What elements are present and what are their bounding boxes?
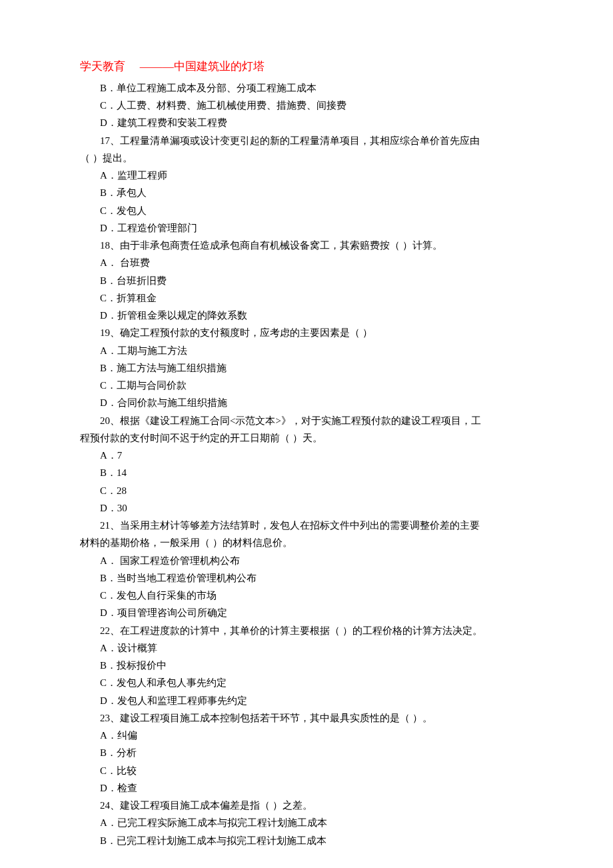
option-line: B．投标报价中	[80, 657, 533, 674]
option-line: B．承包人	[80, 184, 533, 201]
option-line: C．28	[80, 482, 533, 499]
question-19: 19、确定工程预付款的支付额度时，应考虑的主要因素是（ ）	[80, 324, 533, 341]
option-line: B．台班折旧费	[80, 272, 533, 289]
brand-slogan: ———中国建筑业的灯塔	[140, 60, 265, 73]
option-line: D．30	[80, 499, 533, 517]
option-line: A． 国家工程造价管理机构公布	[80, 552, 533, 569]
question-17-cont: （ ）提出。	[80, 149, 533, 167]
option-line: C．发包人自行采集的市场	[80, 587, 533, 604]
option-line: C．发包人	[80, 202, 533, 219]
option-line: A．7	[80, 447, 533, 464]
question-18: 18、由于非承包商责任造成承包商自有机械设备窝工，其索赔费按（ ）计算。	[80, 237, 533, 254]
option-line: C．工期与合同价款	[80, 377, 533, 394]
option-line: C．人工费、材料费、施工机械使用费、措施费、间接费	[80, 97, 533, 114]
option-line: A．工期与施工方法	[80, 342, 533, 359]
option-line: B．当时当地工程造价管理机构公布	[80, 569, 533, 587]
question-20-cont: 程预付款的支付时间不迟于约定的开工日期前（ ）天。	[80, 429, 533, 447]
question-20: 20、根据《建设工程施工合同<示范文本>》，对于实施工程预付款的建设工程项目，工	[80, 412, 533, 429]
option-line: D．项目管理咨询公司所确定	[80, 604, 533, 621]
question-17: 17、工程量清单漏项或设计变更引起的新的工程量清单项目，其相应综合单价首先应由	[80, 132, 533, 149]
question-24: 24、建设工程项目施工成本偏差是指（ ）之差。	[80, 797, 533, 814]
option-line: D．建筑工程费和安装工程费	[80, 114, 533, 131]
option-line: A．设计概算	[80, 639, 533, 657]
document-content: B．单位工程施工成本及分部、分项工程施工成本 C．人工费、材料费、施工机械使用费…	[80, 79, 533, 849]
option-line: D．合同价款与施工组织措施	[80, 394, 533, 411]
option-line: B．已完工程计划施工成本与拟完工程计划施工成本	[80, 832, 533, 849]
option-line: C．发包人和承包人事先约定	[80, 674, 533, 691]
option-line: D．折管租金乘以规定的降效系数	[80, 307, 533, 324]
option-line: A． 台班费	[80, 254, 533, 271]
option-line: B．单位工程施工成本及分部、分项工程施工成本	[80, 79, 533, 97]
option-line: C．比较	[80, 762, 533, 779]
page-header: 学天教育 ———中国建筑业的灯塔	[80, 57, 533, 77]
question-21: 21、当采用主材计等够差方法结算时，发包人在招标文件中列出的需要调整价差的主要	[80, 517, 533, 534]
brand-name: 学天教育	[80, 60, 125, 73]
option-line: A．监理工程师	[80, 167, 533, 184]
option-line: B．施工方法与施工组织措施	[80, 359, 533, 377]
option-line: D．工程造价管理部门	[80, 219, 533, 237]
option-line: B．14	[80, 464, 533, 481]
option-line: B．分析	[80, 744, 533, 761]
question-22: 22、在工程进度款的计算中，其单价的计算主要根据（ ）的工程价格的计算方法决定。	[80, 622, 533, 639]
option-line: A．纠偏	[80, 727, 533, 744]
option-line: A．已完工程实际施工成本与拟完工程计划施工成本	[80, 814, 533, 831]
question-23: 23、建设工程项目施工成本控制包括若干环节，其中最具实质性的是（ ）。	[80, 709, 533, 727]
question-21-cont: 材料的基期价格，一般采用（ ）的材料信息价。	[80, 534, 533, 551]
option-line: D．发包人和监理工程师事先约定	[80, 692, 533, 709]
option-line: D．检查	[80, 779, 533, 797]
option-line: C．折算租金	[80, 289, 533, 307]
